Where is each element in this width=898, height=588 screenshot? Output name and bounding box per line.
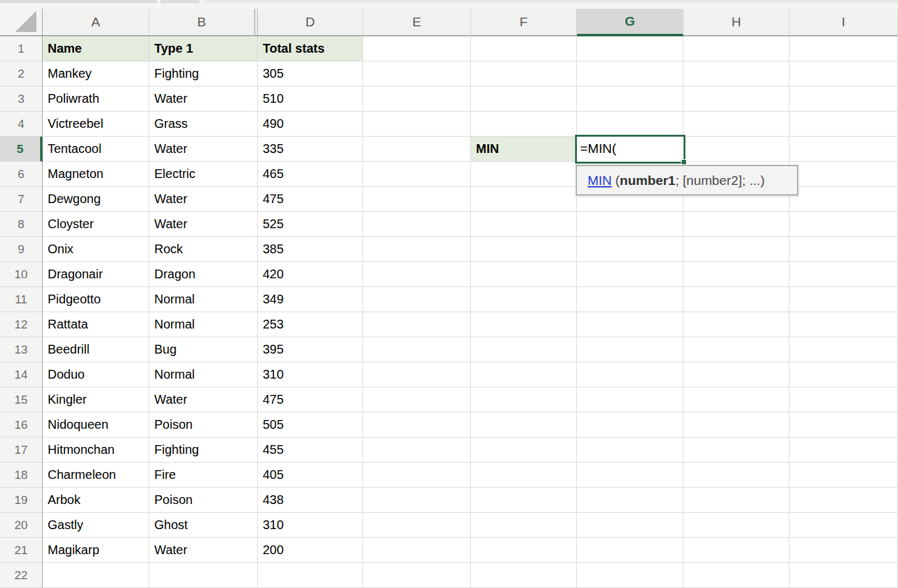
cell-B4[interactable]: Grass bbox=[149, 112, 255, 137]
column-header-E[interactable]: E bbox=[363, 9, 471, 36]
column-header-D[interactable]: D bbox=[258, 9, 363, 36]
cell-B6[interactable]: Electric bbox=[149, 162, 255, 187]
cell-H15[interactable] bbox=[684, 387, 790, 412]
cell-H4[interactable] bbox=[684, 112, 790, 137]
cell-I14[interactable] bbox=[790, 362, 898, 387]
cell-F2[interactable] bbox=[471, 61, 577, 87]
cell-D22[interactable] bbox=[258, 563, 363, 588]
row-header-21[interactable]: 21 bbox=[0, 538, 43, 563]
cell-B14[interactable]: Normal bbox=[149, 362, 255, 387]
cell-G21[interactable] bbox=[577, 538, 684, 563]
cell-I7[interactable] bbox=[790, 187, 898, 212]
cell-F20[interactable] bbox=[471, 513, 577, 538]
cell-G13[interactable] bbox=[577, 337, 684, 362]
cell-D3[interactable]: 510 bbox=[258, 87, 363, 112]
cell-I3[interactable] bbox=[790, 87, 898, 112]
cell-F1[interactable] bbox=[471, 36, 577, 61]
cell-A21[interactable]: Magikarp bbox=[43, 538, 149, 563]
cell-H14[interactable] bbox=[684, 362, 790, 387]
cell-G10[interactable] bbox=[577, 262, 684, 287]
cell-G15[interactable] bbox=[577, 387, 684, 412]
cell-H18[interactable] bbox=[684, 463, 790, 488]
row-header-1[interactable]: 1 bbox=[0, 36, 43, 61]
cell-A14[interactable]: Doduo bbox=[43, 362, 149, 387]
cell-I4[interactable] bbox=[790, 112, 898, 137]
cell-B10[interactable]: Dragon bbox=[149, 262, 255, 287]
cell-F13[interactable] bbox=[471, 337, 577, 362]
cell-H5[interactable] bbox=[684, 137, 790, 162]
column-header-F[interactable]: F bbox=[471, 9, 577, 36]
cell-F8[interactable] bbox=[471, 212, 577, 237]
row-header-13[interactable]: 13 bbox=[0, 337, 43, 362]
cell-H20[interactable] bbox=[684, 513, 790, 538]
cell-B19[interactable]: Poison bbox=[149, 488, 255, 513]
cell-I13[interactable] bbox=[790, 337, 898, 362]
cell-I15[interactable] bbox=[790, 387, 898, 412]
row-header-3[interactable]: 3 bbox=[0, 87, 43, 112]
cell-H19[interactable] bbox=[684, 488, 790, 513]
cell-H17[interactable] bbox=[684, 438, 790, 463]
cell-G14[interactable] bbox=[577, 362, 684, 387]
row-header-9[interactable]: 9 bbox=[0, 237, 43, 262]
column-header-A[interactable]: A bbox=[43, 9, 149, 36]
cell-E14[interactable] bbox=[363, 362, 471, 387]
cell-B21[interactable]: Water bbox=[149, 538, 255, 563]
cell-H16[interactable] bbox=[684, 412, 790, 438]
cell-G12[interactable] bbox=[577, 312, 684, 337]
cell-F16[interactable] bbox=[471, 412, 577, 438]
cell-E2[interactable] bbox=[363, 61, 471, 87]
cell-B22[interactable] bbox=[149, 563, 255, 588]
cell-I12[interactable] bbox=[790, 312, 898, 337]
cell-E5[interactable] bbox=[363, 137, 471, 162]
cell-D19[interactable]: 438 bbox=[258, 488, 363, 513]
cell-G20[interactable] bbox=[577, 513, 684, 538]
cell-I1[interactable] bbox=[790, 36, 898, 61]
cell-B3[interactable]: Water bbox=[149, 87, 255, 112]
cell-D7[interactable]: 475 bbox=[258, 187, 363, 212]
cell-F15[interactable] bbox=[471, 387, 577, 412]
cell-A18[interactable]: Charmeleon bbox=[43, 463, 149, 488]
cell-A16[interactable]: Nidoqueen bbox=[43, 412, 149, 438]
row-header-12[interactable]: 12 bbox=[0, 312, 43, 337]
cell-I21[interactable] bbox=[790, 538, 898, 563]
cell-F10[interactable] bbox=[471, 262, 577, 287]
cell-D9[interactable]: 385 bbox=[258, 237, 363, 262]
cell-B5[interactable]: Water bbox=[149, 137, 255, 162]
cell-D17[interactable]: 455 bbox=[258, 438, 363, 463]
cell-E10[interactable] bbox=[363, 262, 471, 287]
cell-E18[interactable] bbox=[363, 463, 471, 488]
cell-A2[interactable]: Mankey bbox=[43, 61, 149, 87]
cell-B2[interactable]: Fighting bbox=[149, 61, 255, 87]
cell-A3[interactable]: Poliwrath bbox=[43, 87, 149, 112]
row-header-4[interactable]: 4 bbox=[0, 112, 43, 137]
row-header-16[interactable]: 16 bbox=[0, 412, 43, 438]
cell-H21[interactable] bbox=[684, 538, 790, 563]
cell-I17[interactable] bbox=[790, 438, 898, 463]
cell-B18[interactable]: Fire bbox=[149, 463, 255, 488]
cell-A15[interactable]: Kingler bbox=[43, 387, 149, 412]
cell-E19[interactable] bbox=[363, 488, 471, 513]
cell-E4[interactable] bbox=[363, 112, 471, 137]
cell-B7[interactable]: Water bbox=[149, 187, 255, 212]
cell-I9[interactable] bbox=[790, 237, 898, 262]
cell-B1[interactable]: Type 1 bbox=[149, 36, 255, 61]
row-header-5[interactable]: 5 bbox=[0, 137, 43, 162]
cell-H12[interactable] bbox=[684, 312, 790, 337]
cell-F21[interactable] bbox=[471, 538, 577, 563]
cell-D12[interactable]: 253 bbox=[258, 312, 363, 337]
row-header-18[interactable]: 18 bbox=[0, 463, 43, 488]
cell-B17[interactable]: Fighting bbox=[149, 438, 255, 463]
cell-F4[interactable] bbox=[471, 112, 577, 137]
cell-A9[interactable]: Onix bbox=[43, 237, 149, 262]
cell-D1[interactable]: Total stats bbox=[258, 36, 363, 61]
function-name-link[interactable]: MIN bbox=[588, 173, 612, 188]
row-header-17[interactable]: 17 bbox=[0, 438, 43, 463]
cell-H11[interactable] bbox=[684, 287, 790, 312]
cell-B12[interactable]: Normal bbox=[149, 312, 255, 337]
cell-G11[interactable] bbox=[577, 287, 684, 312]
cell-D2[interactable]: 305 bbox=[258, 61, 363, 87]
cell-D14[interactable]: 310 bbox=[258, 362, 363, 387]
cell-H13[interactable] bbox=[684, 337, 790, 362]
cell-E12[interactable] bbox=[363, 312, 471, 337]
cell-D11[interactable]: 349 bbox=[258, 287, 363, 312]
